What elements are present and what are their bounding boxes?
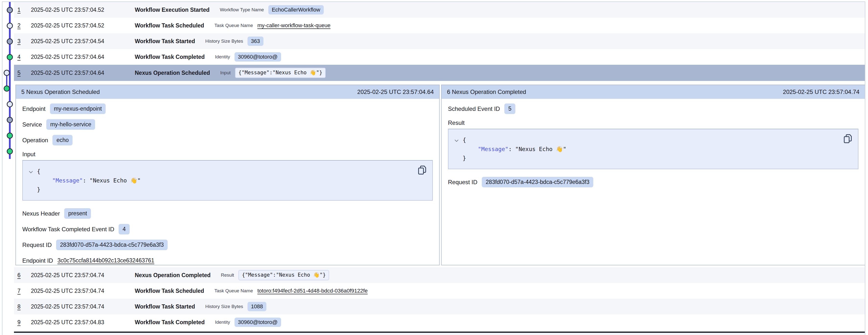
event-timestamp: 2025-02-25 UTC 23:57:04.74 xyxy=(31,272,135,279)
endpoint-badge: my-nexus-endpoint xyxy=(50,104,106,114)
timeline-event-dot-5 xyxy=(4,70,9,76)
panel-timestamp: 2025-02-25 UTC 23:57:04.64 xyxy=(357,88,434,95)
event-attr-label: Result xyxy=(221,273,234,278)
field-label: Scheduled Event ID xyxy=(448,106,500,112)
nexus-operation-completed-panel: 6 Nexus Operation Completed 2025-02-25 U… xyxy=(441,85,865,266)
event-id-link[interactable]: 1 xyxy=(18,7,31,13)
operation-badge: echo xyxy=(53,135,72,145)
event-attr-label: Task Queue Name xyxy=(214,23,253,28)
event-name: Nexus Operation Completed xyxy=(135,272,211,279)
request-id-badge: 283fd070-d57a-4423-bdca-c5c779e6a3f3 xyxy=(482,177,593,187)
result-payload-viewer: { "Message": "Nexus Echo 👋" } xyxy=(448,129,859,169)
panel-title: 6 Nexus Operation Completed xyxy=(447,88,526,95)
event-timestamp: 2025-02-25 UTC 23:57:04.83 xyxy=(31,319,135,326)
nexus-operation-scheduled-panel: 5 Nexus Operation Scheduled 2025-02-25 U… xyxy=(16,85,440,266)
event-id-link[interactable]: 8 xyxy=(18,303,31,310)
input-label: Input xyxy=(22,150,433,159)
event-attr-value-badge: 30960@totoro@ xyxy=(235,317,281,327)
nexus-header-badge: present xyxy=(64,208,91,219)
json-payload: { "Message": "Nexus Echo 👋" } xyxy=(29,167,426,194)
json-key: "Message" xyxy=(478,146,508,152)
event-attr-value-badge: EchoCallerWorkflow xyxy=(268,5,324,15)
scheduled-event-id-badge: 5 xyxy=(504,104,515,114)
event-name: Workflow Task Completed xyxy=(135,319,205,326)
event-attr-label: Identity xyxy=(215,319,230,325)
bottom-row-strip xyxy=(14,333,865,335)
copy-icon[interactable] xyxy=(844,134,852,143)
event-row-8[interactable]: 8 2025-02-25 UTC 23:57:04.74 Workflow Ta… xyxy=(14,299,865,314)
panel-body: Endpoint my-nexus-endpoint Service my-he… xyxy=(16,99,439,266)
event-name: Nexus Operation Scheduled xyxy=(135,69,210,76)
event-row-7[interactable]: 7 2025-02-25 UTC 23:57:04.74 Workflow Ta… xyxy=(14,283,865,299)
timeline-event-dot-9 xyxy=(7,133,12,138)
result-label: Result xyxy=(448,118,859,127)
field-label: Nexus Header xyxy=(22,210,60,217)
field-label: Endpoint xyxy=(22,106,45,112)
event-attr-label: Input xyxy=(220,70,230,76)
event-row-3[interactable]: 3 2025-02-25 UTC 23:57:04.54 Workflow Ta… xyxy=(14,33,865,49)
event-detail-panels: 5 Nexus Operation Scheduled 2025-02-25 U… xyxy=(16,85,865,266)
field-label: Operation xyxy=(22,137,48,144)
container-border-left xyxy=(2,1,2,335)
event-id-link[interactable]: 7 xyxy=(18,288,31,294)
event-id-link[interactable]: 5 xyxy=(18,69,31,76)
event-row-1[interactable]: 1 2025-02-25 UTC 23:57:04.52 Workflow Ex… xyxy=(14,2,865,18)
field-label: Service xyxy=(22,121,42,128)
collapse-chevron-icon[interactable] xyxy=(454,136,463,145)
event-id-link[interactable]: 4 xyxy=(18,54,31,60)
event-row-4[interactable]: 4 2025-02-25 UTC 23:57:04.64 Workflow Ta… xyxy=(14,49,865,65)
event-attr-value-badge: 363 xyxy=(248,36,264,46)
event-id-link[interactable]: 2 xyxy=(18,22,31,29)
container-border-right xyxy=(865,1,865,335)
event-attr-value-badge: 1088 xyxy=(248,302,267,311)
copy-icon[interactable] xyxy=(418,166,426,175)
field-label: Workflow Task Completed Event ID xyxy=(22,226,114,233)
event-id-link[interactable]: 6 xyxy=(18,272,31,279)
task-queue-link[interactable]: my-caller-workflow-task-queue xyxy=(257,22,330,29)
field-label: Request ID xyxy=(22,242,52,248)
timeline-event-dot-2 xyxy=(7,23,12,28)
field-label: Request ID xyxy=(448,179,477,186)
event-attr-label: Workflow Type Name xyxy=(220,7,264,12)
event-row-2[interactable]: 2 2025-02-25 UTC 23:57:04.52 Workflow Ta… xyxy=(14,18,865,33)
collapse-chevron-icon[interactable] xyxy=(29,167,37,176)
wft-completed-event-id-badge: 4 xyxy=(119,224,130,234)
endpoint-id-link[interactable]: 3c0c75ccfa8144b092c13ce632463761 xyxy=(57,257,154,264)
event-attr-label: History Size Bytes xyxy=(205,38,243,44)
event-history-list: 1 2025-02-25 UTC 23:57:04.52 Workflow Ex… xyxy=(14,0,865,335)
event-name: Workflow Task Scheduled xyxy=(135,22,204,29)
event-attr-label: Task Queue Name xyxy=(214,288,253,294)
event-name: Workflow Task Started xyxy=(135,38,195,45)
json-key: "Message" xyxy=(52,177,83,184)
event-attr-label: History Size Bytes xyxy=(205,304,243,309)
event-timestamp: 2025-02-25 UTC 23:57:04.74 xyxy=(31,288,135,294)
panel-header: 5 Nexus Operation Scheduled 2025-02-25 U… xyxy=(16,85,439,99)
event-timestamp: 2025-02-25 UTC 23:57:04.64 xyxy=(31,69,135,76)
panel-header: 6 Nexus Operation Completed 2025-02-25 U… xyxy=(442,85,865,99)
event-name: Workflow Task Started xyxy=(135,303,195,310)
timeline-event-dot-10 xyxy=(7,149,12,154)
event-row-5-selected[interactable]: 5 2025-02-25 UTC 23:57:04.64 Nexus Opera… xyxy=(14,65,865,81)
event-name: Workflow Task Scheduled xyxy=(135,288,204,294)
timeline-event-dot-4 xyxy=(7,54,12,60)
task-queue-link[interactable]: totoro:f494fecf-2d51-4d48-bdcd-036a0f912… xyxy=(257,288,368,294)
event-timestamp: 2025-02-25 UTC 23:57:04.64 xyxy=(31,54,135,60)
panel-body: Scheduled Event ID 5 Result { "Message":… xyxy=(442,99,865,196)
workflow-history-page: 1 2025-02-25 UTC 23:57:04.52 Workflow Ex… xyxy=(0,0,868,335)
event-id-link[interactable]: 9 xyxy=(18,319,31,326)
event-attr-label: Identity xyxy=(215,54,230,60)
event-attr-value-badge: 30960@totoro@ xyxy=(235,52,281,61)
event-row-9[interactable]: 9 2025-02-25 UTC 23:57:04.83 Workflow Ta… xyxy=(14,314,865,330)
event-row-6[interactable]: 6 2025-02-25 UTC 23:57:04.74 Nexus Opera… xyxy=(14,267,865,283)
container-border-top xyxy=(2,1,865,2)
request-id-badge: 283fd070-d57a-4423-bdca-c5c779e6a3f3 xyxy=(56,240,167,250)
event-payload-pill: {"Message":"Nexus Echo 👋"} xyxy=(239,270,329,280)
panel-title: 5 Nexus Operation Scheduled xyxy=(21,88,100,95)
event-timestamp: 2025-02-25 UTC 23:57:04.74 xyxy=(31,303,135,310)
event-payload-pill: {"Message":"Nexus Echo 👋"} xyxy=(235,68,326,78)
event-name: Workflow Execution Started xyxy=(135,7,210,13)
timeline-event-dot-8 xyxy=(7,117,12,122)
event-timestamp: 2025-02-25 UTC 23:57:04.52 xyxy=(31,7,135,13)
service-badge: my-hello-service xyxy=(46,119,95,130)
event-id-link[interactable]: 3 xyxy=(18,38,31,45)
